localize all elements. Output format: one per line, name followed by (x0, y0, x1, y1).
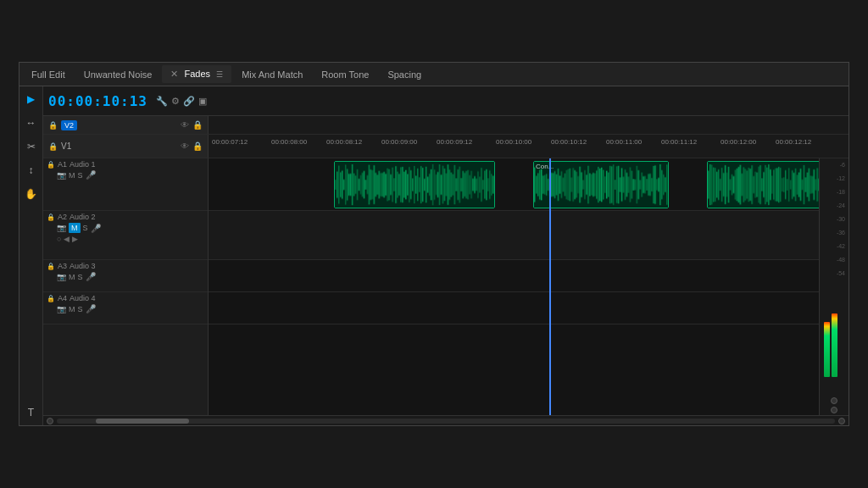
meter-label-54: -54 (837, 270, 845, 276)
tab-full-edit[interactable]: Full Edit (23, 66, 74, 83)
razor-tool-btn[interactable]: ✂ (22, 137, 41, 156)
a2-left-arrow[interactable]: ◀ (64, 235, 70, 243)
a3-s-btn[interactable]: S (78, 273, 83, 281)
v1-track-row: 🔒 V1 👁 🔒 00:00:07:12 00:00:08:00 00:00:0… (43, 135, 849, 158)
time-display: 00:00:10:13 (48, 93, 147, 109)
menu-icon[interactable]: ☰ (216, 70, 223, 79)
meter-label-18: -18 (837, 189, 845, 195)
multi-cam-icon[interactable]: ▣ (198, 96, 207, 107)
slip-tool-btn[interactable]: ↕ (22, 161, 41, 180)
selection-tool-btn[interactable]: ▶ (22, 90, 41, 108)
tab-mix-and-match[interactable]: Mix And Match (233, 66, 311, 83)
v1-track-content: 00:00:07:12 00:00:08:00 00:00:08:12 00:0… (209, 135, 849, 158)
v2-lock2-icon[interactable]: 🔒 (192, 120, 203, 130)
a4-camera-icon: 📷 (57, 305, 66, 313)
a3-label: Audio 3 (70, 262, 96, 270)
meter-dots (831, 397, 837, 413)
meter-label-42: -42 (837, 243, 845, 249)
tabs-bar: Full Edit Unwanted Noise ✕ Fades ☰ Mix A… (19, 63, 849, 86)
a1-track-content[interactable]: // will be rendered via SVG directly (209, 158, 819, 211)
magnet-icon[interactable]: 🔧 (156, 96, 168, 107)
a4-mic-icon[interactable]: 🎤 (86, 304, 96, 313)
a1-m-btn[interactable]: M (69, 171, 75, 180)
meter-panel: -6 -12 -18 -24 -30 -36 -42 -48 -54 (819, 158, 849, 415)
a2-label: Audio 2 (70, 213, 96, 221)
a2-track-content[interactable] (209, 211, 819, 260)
tracks-main: 🔒 A1 Audio 1 📷 M S 🎤 (43, 158, 849, 415)
meter-label-12: -12 (837, 175, 845, 181)
a2-right-arrow[interactable]: ▶ (72, 235, 78, 243)
a2-s-btn[interactable]: S (83, 224, 88, 232)
a3-m-btn[interactable]: M (69, 273, 75, 281)
scroll-right-dot[interactable] (838, 418, 845, 424)
a1-camera-icon: 📷 (57, 171, 66, 180)
tab-fades[interactable]: ✕ Fades ☰ (162, 65, 231, 83)
a4-m-btn[interactable]: M (69, 305, 75, 313)
v2-badge: V2 (61, 120, 77, 130)
scroll-thumb[interactable] (96, 419, 189, 424)
v2-track-header: 🔒 V2 👁 🔒 (43, 116, 209, 134)
meter-dot-1[interactable] (831, 397, 837, 404)
a3-id: A3 (58, 262, 67, 270)
meter-bar-left (824, 322, 830, 377)
ruler: 00:00:07:12 00:00:08:00 00:00:08:12 00:0… (212, 138, 845, 155)
v1-lock-icon[interactable]: 🔒 (48, 142, 58, 151)
v2-track-row: 🔒 V2 👁 🔒 (43, 116, 849, 135)
a1-track-header: 🔒 A1 Audio 1 📷 M S 🎤 (43, 158, 208, 211)
link-icon[interactable]: 🔗 (183, 96, 195, 107)
meter-label-30: -30 (837, 216, 845, 222)
a3-lock-icon[interactable]: 🔒 (47, 263, 55, 270)
v2-lock-icon[interactable]: 🔒 (48, 121, 58, 130)
a1-s-btn[interactable]: S (78, 171, 83, 180)
a2-lock-icon[interactable]: 🔒 (47, 214, 55, 221)
a1-mic-icon[interactable]: 🎤 (86, 170, 96, 180)
meter-bars (824, 313, 837, 377)
zoom-tool-btn[interactable]: T (22, 403, 41, 422)
a4-track-content[interactable] (209, 292, 819, 324)
tab-spacing[interactable]: Spacing (379, 66, 430, 83)
scroll-left-dot[interactable] (47, 418, 53, 424)
a4-lock-icon[interactable]: 🔒 (47, 295, 55, 302)
meter-dot-2[interactable] (831, 407, 837, 413)
a1-label: Audio 1 (70, 160, 96, 169)
waveform-canvas-2 (534, 162, 668, 208)
v1-label: V1 (61, 141, 71, 151)
a2-m-btn[interactable]: M (69, 223, 81, 233)
waveform-canvas-1 (335, 162, 494, 208)
a1-clip-1[interactable]: // will be rendered via SVG directly (334, 161, 495, 208)
meter-label-24: -24 (837, 202, 845, 208)
a1-lock-icon[interactable]: 🔒 (47, 161, 55, 169)
hand-tool-btn[interactable]: ✋ (22, 185, 41, 203)
a1-clip-2-label: Con... (536, 163, 554, 170)
a3-track-content[interactable] (209, 260, 819, 292)
close-icon[interactable]: ✕ (170, 69, 178, 79)
scroll-track[interactable] (57, 419, 835, 424)
content-area: ▶ ↔ ✂ ↕ ✋ T 00:00:10:13 🔧 ⚙ 🔗 ▣ (19, 86, 849, 425)
a1-clip-2[interactable]: Con... (533, 161, 669, 208)
meter-label-48: -48 (837, 257, 845, 263)
waveform-canvas-3 (708, 162, 819, 208)
v1-track-header: 🔒 V1 👁 🔒 (43, 135, 209, 158)
meter-bar-right (832, 313, 837, 377)
a3-mic-icon[interactable]: 🎤 (86, 272, 96, 281)
meter-label-6: -6 (840, 162, 845, 168)
v1-lock2-icon[interactable]: 🔒 (192, 141, 203, 151)
a2-id: A2 (58, 213, 67, 221)
scrollbar-row (43, 415, 849, 425)
a1-clip-3[interactable] (707, 161, 819, 208)
editor-panel: Full Edit Unwanted Noise ✕ Fades ☰ Mix A… (19, 62, 849, 426)
a2-knob[interactable]: ○ (57, 235, 61, 243)
a4-label: Audio 4 (70, 294, 96, 302)
tab-room-tone[interactable]: Room Tone (313, 66, 377, 83)
ripple-tool-btn[interactable]: ↔ (22, 114, 41, 132)
tab-unwanted-noise[interactable]: Unwanted Noise (75, 66, 161, 83)
a2-mic-icon[interactable]: 🎤 (91, 224, 101, 233)
a4-s-btn[interactable]: S (78, 305, 83, 313)
outer-container: Full Edit Unwanted Noise ✕ Fades ☰ Mix A… (0, 0, 868, 488)
v1-visibility-icon[interactable]: 👁 (181, 141, 189, 151)
settings-icon[interactable]: ⚙ (171, 96, 180, 107)
v2-visibility-icon[interactable]: 👁 (181, 120, 189, 130)
a2-camera-icon: 📷 (57, 224, 66, 232)
a4-track-header: 🔒 A4 Audio 4 📷 M S 🎤 (43, 292, 208, 324)
a1-id: A1 (58, 160, 67, 169)
